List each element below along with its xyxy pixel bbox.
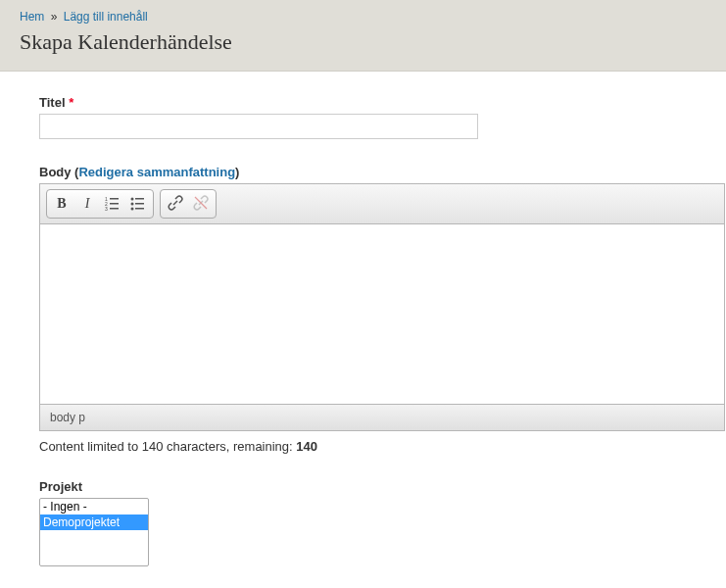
- title-label-text: Titel: [39, 95, 66, 110]
- body-label: Body (Redigera sammanfattning): [39, 165, 726, 179]
- required-mark: *: [69, 95, 73, 110]
- unordered-list-button[interactable]: [125, 192, 151, 216]
- breadcrumb-separator: »: [51, 10, 58, 24]
- link-button[interactable]: [163, 192, 188, 216]
- unlink-icon: [193, 195, 209, 214]
- project-label: Projekt: [39, 479, 726, 494]
- svg-rect-7: [135, 198, 144, 200]
- edit-summary-link[interactable]: Redigera sammanfattning: [78, 165, 235, 179]
- unlink-button[interactable]: [188, 192, 214, 216]
- italic-button[interactable]: I: [74, 192, 100, 216]
- page-title: Skapa Kalenderhändelse: [20, 29, 706, 55]
- character-limit-text: Content limited to 140 characters, remai…: [39, 439, 726, 454]
- ordered-list-button[interactable]: 123: [100, 192, 125, 216]
- toolbar-group-link: [160, 189, 217, 219]
- char-limit-prefix: Content limited to 140 characters, remai…: [39, 439, 296, 454]
- body-label-prefix: Body (: [39, 165, 78, 179]
- editor-status-bar: body p: [40, 404, 724, 430]
- project-option[interactable]: Demoprojektet: [40, 514, 148, 530]
- char-remaining-count: 140: [296, 439, 317, 454]
- bold-button[interactable]: B: [49, 192, 74, 216]
- svg-rect-3: [110, 203, 119, 205]
- svg-point-8: [131, 202, 134, 205]
- svg-rect-5: [110, 208, 119, 210]
- title-input[interactable]: [39, 114, 478, 139]
- svg-point-6: [131, 197, 134, 200]
- ordered-list-icon: 123: [105, 195, 121, 214]
- toolbar-group-format: B I 123: [46, 189, 154, 219]
- body-textarea[interactable]: [40, 224, 724, 401]
- body-label-suffix: ): [235, 165, 239, 179]
- breadcrumb: Hem » Lägg till innehåll: [20, 10, 706, 24]
- breadcrumb-home-link[interactable]: Hem: [20, 10, 44, 24]
- svg-rect-1: [110, 198, 119, 200]
- project-option[interactable]: - Ingen -: [40, 499, 148, 514]
- rich-text-editor: B I 123: [39, 183, 725, 431]
- svg-point-10: [131, 207, 134, 210]
- svg-text:3: 3: [105, 206, 108, 211]
- unordered-list-icon: [130, 195, 146, 214]
- svg-rect-9: [135, 203, 144, 205]
- breadcrumb-add-content-link[interactable]: Lägg till innehåll: [64, 10, 148, 24]
- link-icon: [168, 195, 183, 214]
- title-label: Titel *: [39, 95, 726, 110]
- editor-toolbar: B I 123: [40, 184, 724, 224]
- project-select[interactable]: - Ingen -Demoprojektet: [39, 498, 149, 566]
- svg-rect-11: [135, 208, 144, 210]
